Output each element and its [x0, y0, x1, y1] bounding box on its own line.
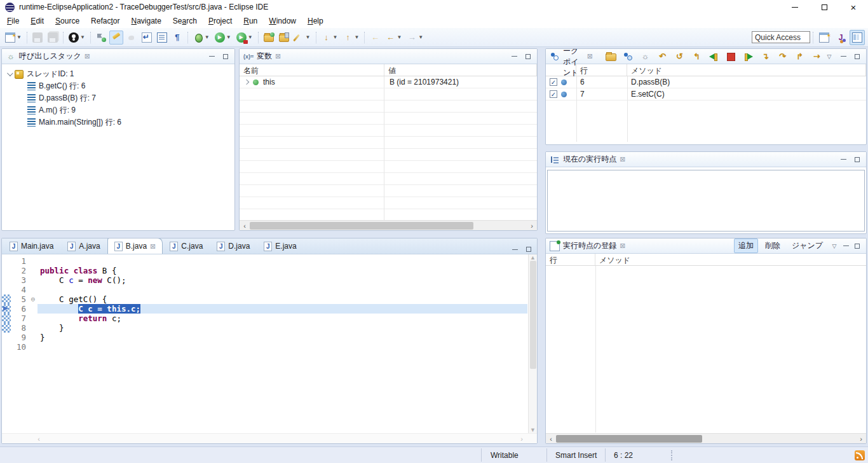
debug-perspective-button[interactable]: [850, 30, 865, 45]
stack-frame-row[interactable]: B.getC() 行: 6: [2, 80, 234, 92]
line-number[interactable]: 6: [11, 304, 29, 314]
close-icon[interactable]: ⊠: [587, 52, 593, 60]
registration-action-button[interactable]: 削除: [761, 238, 785, 253]
annotation-ruler[interactable]: [2, 294, 11, 304]
breakpoint-row[interactable]: ✓ 7 E.setC(C): [546, 88, 866, 100]
column-header-method[interactable]: メソッド: [627, 64, 866, 76]
column-header-method[interactable]: メソッド: [595, 254, 866, 265]
show-whitespace-button[interactable]: ¶: [170, 31, 184, 45]
new-wizard-button[interactable]: ▼: [3, 31, 24, 45]
breakpoint-checkbox[interactable]: ✓: [550, 78, 557, 86]
line-number[interactable]: 7: [11, 314, 29, 323]
resume-backward-button[interactable]: [707, 50, 721, 64]
open-perspective-button[interactable]: [817, 30, 832, 45]
maximize-panel-button[interactable]: [524, 245, 533, 254]
line-number[interactable]: 2: [11, 266, 29, 275]
breakpoints-tab[interactable]: ブレークポイント ⊠: [550, 49, 597, 64]
dropdown-arrow-icon[interactable]: ▼: [248, 34, 253, 40]
forward-button[interactable]: →▼: [405, 31, 425, 45]
line-number[interactable]: 4: [11, 285, 29, 294]
annotation-ruler[interactable]: [2, 256, 11, 266]
editor-tab[interactable]: J Main.java: [3, 238, 60, 254]
resume-forward-button[interactable]: [741, 50, 756, 64]
dropdown-arrow-icon[interactable]: ▼: [418, 34, 423, 40]
open-resource-button[interactable]: [277, 31, 291, 45]
dropdown-arrow-icon[interactable]: ▼: [333, 34, 338, 40]
maximize-panel-button[interactable]: [853, 52, 862, 61]
java-perspective-button[interactable]: J: [833, 30, 848, 45]
registration-action-button[interactable]: 追加: [734, 238, 758, 253]
line-number[interactable]: 10: [11, 342, 29, 352]
menu-edit[interactable]: Edit: [25, 15, 50, 27]
code-line[interactable]: 4: [2, 285, 527, 294]
code-line[interactable]: 2public class B {: [2, 266, 527, 275]
column-header-line[interactable]: 行: [546, 254, 595, 265]
current-point-tab[interactable]: 現在の実行時点 ⊠: [550, 152, 630, 167]
menu-project[interactable]: Project: [203, 15, 238, 27]
code-line[interactable]: 9}: [2, 333, 527, 342]
step-return-button[interactable]: ↱: [792, 50, 807, 64]
menu-source[interactable]: Source: [50, 15, 85, 27]
minimize-button[interactable]: [780, 0, 810, 14]
view-menu-icon[interactable]: ▽: [830, 242, 839, 251]
stack-frame-row[interactable]: A.m() 行: 9: [2, 104, 234, 116]
registration-action-button[interactable]: ジャンプ: [787, 238, 827, 253]
close-icon[interactable]: ⊠: [150, 242, 156, 251]
menu-window[interactable]: Window: [263, 15, 302, 27]
open-trace-folder-button[interactable]: [604, 50, 618, 64]
save-all-button[interactable]: [46, 31, 60, 45]
minimize-panel-button[interactable]: [510, 52, 519, 61]
variables-hscrollbar[interactable]: ‹ ›: [240, 220, 537, 230]
editor-tab[interactable]: J C.java: [163, 238, 210, 254]
editor-tab[interactable]: J A.java: [60, 238, 107, 254]
open-trace-button[interactable]: [262, 31, 276, 45]
previous-annotation-button[interactable]: ↑▼: [341, 31, 361, 45]
line-number[interactable]: 3: [11, 275, 29, 285]
maximize-panel-button[interactable]: [221, 52, 230, 61]
close-icon[interactable]: ⊠: [620, 155, 625, 163]
chevron-down-icon[interactable]: [7, 70, 13, 76]
editor-vscrollbar[interactable]: ▲ ▼: [528, 254, 537, 433]
maximize-panel-button[interactable]: [524, 52, 532, 61]
editor-hscrollbar[interactable]: ‹ ›: [2, 433, 537, 443]
news-feed-icon[interactable]: [855, 450, 865, 460]
run-coverage-button[interactable]: ▼: [234, 31, 255, 45]
fold-collapse-icon[interactable]: ⊖: [29, 294, 37, 304]
dropdown-arrow-icon[interactable]: ▼: [226, 34, 231, 40]
annotation-ruler[interactable]: [2, 266, 11, 275]
next-annotation-button[interactable]: ↓▼: [320, 31, 340, 45]
annotation-ruler[interactable]: [2, 304, 11, 314]
column-header-line[interactable]: 行: [576, 64, 627, 76]
annotation-ruler[interactable]: [2, 285, 11, 294]
quick-access-input[interactable]: [752, 31, 810, 43]
menu-help[interactable]: Help: [302, 15, 329, 27]
debug-sun-button[interactable]: ☼: [638, 50, 653, 64]
close-icon[interactable]: ⊠: [620, 242, 625, 250]
trace-flag-button[interactable]: [94, 31, 108, 45]
run-button[interactable]: ▼: [213, 31, 233, 45]
minimize-panel-button[interactable]: [839, 52, 848, 61]
menu-file[interactable]: File: [1, 15, 25, 27]
stack-frame-row[interactable]: Main.main(String[]) 行: 6: [2, 116, 234, 128]
outline-button[interactable]: [155, 31, 169, 45]
breakpoint-checkbox[interactable]: ✓: [550, 90, 557, 98]
view-menu-icon[interactable]: ▽: [825, 52, 834, 61]
link-with-debug-button[interactable]: [621, 50, 635, 64]
thread-row[interactable]: スレッドID: 1: [2, 68, 234, 80]
menu-search[interactable]: Search: [167, 15, 203, 27]
code-line[interactable]: 8 }: [2, 323, 527, 333]
editor-tab[interactable]: J E.java: [257, 238, 303, 254]
step-back-over-button[interactable]: ↺: [672, 50, 687, 64]
code-line[interactable]: 7 return c;: [2, 314, 527, 323]
editor-tab[interactable]: J B.java ⊠: [107, 238, 163, 254]
close-icon[interactable]: ⊠: [85, 52, 90, 60]
statusbar-drag-handle[interactable]: [671, 450, 673, 460]
debug-button[interactable]: ▼: [191, 31, 212, 45]
maximize-panel-button[interactable]: [853, 155, 862, 164]
save-button[interactable]: [31, 31, 44, 45]
annotation-ruler[interactable]: [2, 323, 11, 333]
dropdown-arrow-icon[interactable]: ▼: [80, 34, 85, 40]
code-line[interactable]: 1: [2, 256, 527, 266]
step-into-button[interactable]: ↴: [758, 50, 773, 64]
call-stack-tab[interactable]: ☼ 呼び出しスタック ⊠: [6, 49, 94, 64]
